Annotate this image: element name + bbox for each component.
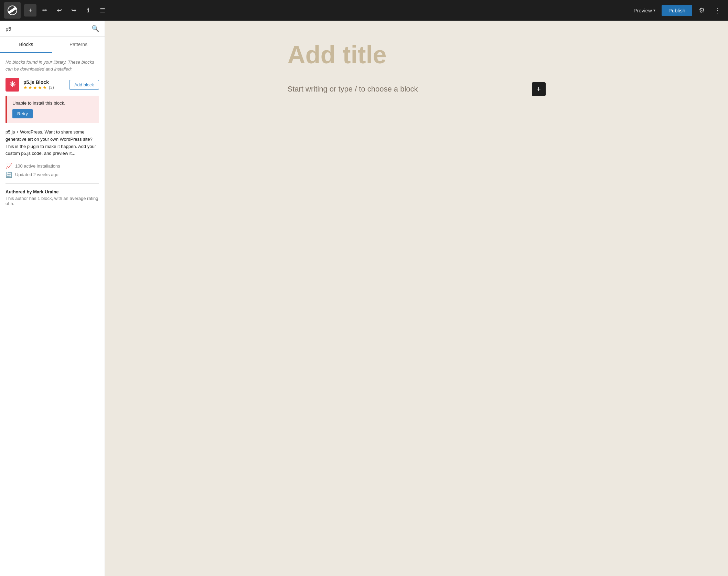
main-area: 🔍 Blocks Patterns No blocks found in you… [0, 21, 728, 576]
toolbar: + ✏ ↩ ↪ ℹ ☰ Preview ▾ Publish ⚙ ⋮ [0, 0, 728, 21]
star-2: ★ [28, 85, 32, 90]
block-icon: ✳ [6, 78, 19, 92]
redo-button[interactable]: ↪ [67, 4, 80, 17]
editor-area[interactable]: Add title Start writing or type / to cho… [105, 21, 728, 576]
more-options-button[interactable]: ⋮ [711, 4, 724, 17]
retry-button[interactable]: Retry [12, 109, 33, 118]
block-name: p5.js Block [23, 79, 65, 85]
list-view-button[interactable]: ☰ [96, 4, 109, 17]
no-blocks-message: No blocks found in your library. These b… [6, 59, 99, 72]
installations-meta: 📈 100 active installations [6, 163, 99, 169]
write-prompt-text[interactable]: Start writing or type / to choose a bloc… [288, 85, 418, 94]
wordpress-logo[interactable] [4, 2, 21, 19]
star-3: ★ [33, 85, 37, 90]
star-4: ★ [38, 85, 42, 90]
search-icon[interactable]: 🔍 [92, 25, 99, 32]
editor-inner: Add title Start writing or type / to cho… [288, 41, 546, 96]
author-description: This author has 1 block, with an average… [6, 196, 99, 206]
edit-button[interactable]: ✏ [39, 4, 51, 17]
tabs: Blocks Patterns [0, 37, 105, 53]
star-5: ★ [43, 85, 47, 90]
error-notice: Unable to install this block. Retry [6, 96, 99, 123]
tab-blocks[interactable]: Blocks [0, 37, 52, 53]
star-1: ★ [23, 85, 28, 90]
updated-text: Updated 2 weeks ago [15, 172, 58, 177]
add-block-inline-button[interactable]: + [532, 82, 546, 96]
block-info: p5.js Block ★ ★ ★ ★ ★ (3) [23, 79, 65, 90]
preview-label: Preview [633, 8, 652, 13]
add-title-placeholder[interactable]: Add title [288, 41, 546, 68]
block-description: p5.js + WordPress. Want to share some ge… [6, 129, 99, 157]
rating-count: (3) [49, 85, 54, 90]
refresh-icon: 🔄 [6, 171, 12, 178]
sidebar: 🔍 Blocks Patterns No blocks found in you… [0, 21, 105, 576]
add-block-button[interactable]: + [24, 4, 36, 17]
toolbar-left: + ✏ ↩ ↪ ℹ ☰ [4, 2, 628, 19]
info-button[interactable]: ℹ [82, 4, 94, 17]
settings-button[interactable]: ⚙ [696, 4, 708, 17]
search-input[interactable] [6, 26, 89, 32]
sidebar-content: No blocks found in your library. These b… [0, 53, 105, 212]
block-item: ✳ p5.js Block ★ ★ ★ ★ ★ (3) Add block [6, 78, 99, 92]
chevron-down-icon: ▾ [653, 8, 655, 13]
chart-icon: 📈 [6, 163, 12, 169]
author-name: Authored by Mark Uraine [6, 189, 99, 194]
tab-patterns[interactable]: Patterns [52, 37, 105, 53]
publish-button[interactable]: Publish [662, 5, 692, 16]
block-rating: ★ ★ ★ ★ ★ (3) [23, 85, 65, 90]
write-prompt-area: Start writing or type / to choose a bloc… [288, 82, 546, 96]
search-bar: 🔍 [0, 21, 105, 37]
add-block-button[interactable]: Add block [69, 80, 99, 90]
author-section: Authored by Mark Uraine This author has … [6, 189, 99, 206]
installations-text: 100 active installations [15, 163, 60, 169]
preview-button[interactable]: Preview ▾ [631, 6, 658, 15]
divider [6, 183, 99, 184]
undo-button[interactable]: ↩ [53, 4, 65, 17]
block-meta: 📈 100 active installations 🔄 Updated 2 w… [6, 163, 99, 178]
updated-meta: 🔄 Updated 2 weeks ago [6, 171, 99, 178]
toolbar-right: Preview ▾ Publish ⚙ ⋮ [631, 4, 724, 17]
error-message: Unable to install this block. [12, 100, 94, 106]
